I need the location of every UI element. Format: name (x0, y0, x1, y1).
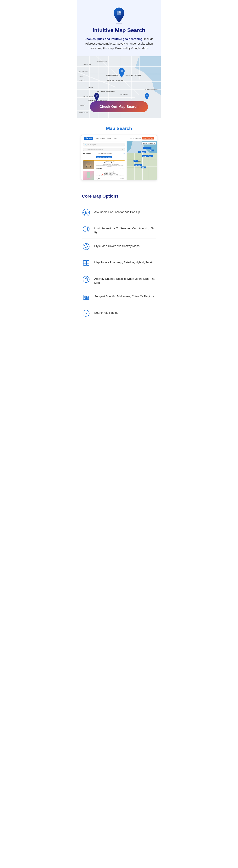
svg-rect-105 (85, 297, 86, 298)
hero-section: Intuitive Map Search Enables quick and i… (77, 0, 161, 56)
svg-text:Flat Dr.: Flat Dr. (79, 75, 83, 77)
svg-point-38 (146, 95, 148, 96)
svg-text:$25: $25 (148, 147, 151, 149)
mock-listing-2: Devices / Phones ☰ ♥ Iphone 12pro case 📍… (83, 171, 125, 180)
option-suggest-addresses-text: Suggest Specific Addresses, Cities Or Re… (94, 293, 155, 298)
mock-map-panel: $499 $25 $4 $200 $99 $1,300 $400 (127, 142, 157, 180)
svg-text:COBBLE HILL: COBBLE HILL (79, 112, 88, 114)
svg-text:$1,300: $1,300 (142, 156, 146, 157)
mock-nav-listing: Listing (107, 137, 111, 139)
mock-search-placeholder: I'm looking for... (87, 144, 97, 145)
area-chevron: ▾ (122, 149, 123, 150)
svg-text:Atlantic Ave: Atlantic Ave (79, 104, 86, 106)
hero-title: Intuitive Map Search (81, 27, 157, 34)
building-icon (82, 293, 90, 301)
mock-listing-views-1: 304 Views (120, 167, 124, 168)
map-background-section: CHINATOWN LOWER EAST SIDE TWO BRIDGES Fl… (77, 56, 161, 118)
mock-left-panel: 🔍 I'm looking for... 📍 Selected area on … (81, 142, 127, 180)
svg-rect-53 (148, 153, 148, 180)
svg-rect-49 (127, 159, 157, 159)
mock-listing-1: Vehicles / Cars ☰ ♥ Mercedes-Benz... 📍 S… (83, 160, 125, 170)
mock-results-header: 34 Results Sort by: Most Relevant ▾ ☰ ⊞ (83, 152, 125, 154)
radius-icon (82, 309, 90, 317)
svg-rect-16 (139, 56, 140, 80)
mock-area-bar: 📍 Selected area on the map ▾ (83, 148, 125, 151)
map-search-title: Map Search (81, 126, 157, 131)
mock-selected-area-text: Selected area on the map (87, 149, 103, 150)
svg-rect-44 (87, 172, 90, 178)
mock-results-count: 34 Results (83, 152, 90, 154)
core-options-section: Core Map Options Ask Users For Location … (77, 186, 161, 329)
svg-point-42 (90, 166, 91, 167)
mock-listing-views-2: 100 Views (120, 178, 124, 179)
option-map-type: Map Type - Roadmap, Satellite, Hybrid, T… (82, 255, 156, 271)
svg-rect-104 (85, 296, 86, 296)
svg-point-88 (86, 247, 87, 248)
area-icon: 📍 (85, 149, 87, 150)
svg-point-36 (121, 70, 123, 72)
mock-nav-links: Home Search Listing Pages (95, 137, 128, 139)
drag-icon (82, 275, 90, 284)
svg-rect-51 (134, 153, 135, 180)
svg-rect-102 (84, 296, 85, 296)
mock-listing-img-phone (83, 171, 94, 180)
mock-login: Log In (130, 137, 134, 139)
hero-description: Enables quick and intuitive geo-searchin… (82, 37, 156, 51)
svg-text:York: York (138, 161, 141, 162)
mock-selected-badge-container: Selected area on the map ✕ (83, 155, 125, 160)
svg-text:$400: $400 (149, 156, 152, 157)
svg-text:Brooklyn Heights: Brooklyn Heights (83, 96, 93, 97)
globe-icon (82, 225, 90, 233)
svg-text:SUMNER HOUSES: SUMNER HOUSES (145, 89, 159, 91)
option-search-radius-text: Search Via Radius (94, 309, 118, 315)
search-placeholder-icon: 🔍 (85, 144, 87, 146)
svg-point-86 (86, 244, 87, 245)
svg-rect-100 (86, 296, 89, 299)
svg-rect-91 (86, 260, 89, 265)
svg-text:DUMBO: DUMBO (87, 87, 93, 89)
core-options-title: Core Map Options (82, 194, 156, 199)
svg-point-41 (86, 166, 87, 167)
mock-nav-search: Search (101, 137, 105, 139)
svg-rect-4 (77, 66, 161, 67)
svg-point-87 (87, 246, 88, 247)
option-location-popup: Ask Users For Location Via Pop-Up (82, 205, 156, 221)
mock-navbar: Listivo Home Search Listing Pages Log In… (81, 135, 157, 142)
option-limit-countries: Limit Sugestions To Selected Countries (… (82, 221, 156, 239)
svg-text:TWO BRIDGES: TWO BRIDGES (79, 71, 87, 72)
mock-nav-pages: Pages (113, 137, 117, 139)
mock-listing-info-2: Devices / Phones ☰ ♥ Iphone 12pro case 📍… (95, 171, 125, 180)
svg-text:$200: $200 (134, 160, 137, 161)
svg-rect-108 (88, 297, 89, 298)
svg-rect-45 (87, 178, 89, 179)
svg-rect-109 (85, 298, 86, 299)
option-location-popup-text: Ask Users For Location Via Pop-Up (94, 208, 140, 214)
svg-point-84 (83, 243, 89, 250)
cta-button[interactable]: Check Out Map Search (90, 101, 148, 112)
svg-text:SOUTH WILLIAMSBURG: SOUTH WILLIAMSBURG (107, 80, 123, 82)
option-suggest-addresses: Suggest Specific Addresses, Cities Or Re… (82, 289, 156, 305)
screenshot-mockup: Listivo Home Search Listing Pages Log In… (81, 135, 157, 180)
svg-text:$200: $200 (142, 152, 145, 153)
option-snazzy-maps: Style Map Colors Via Snazzy Maps (82, 239, 156, 255)
svg-point-76 (85, 211, 87, 213)
mock-listing-price-1: $150,000 (96, 167, 102, 169)
svg-text:$99: $99 (150, 150, 152, 151)
mock-register: Register (135, 137, 141, 139)
svg-text:Bridge Park: Bridge Park (79, 80, 85, 81)
svg-text:BROOKLYN NAVY YARD: BROOKLYN NAVY YARD (97, 91, 114, 92)
mock-map-background: $499 $25 $4 $200 $99 $1,300 $400 (127, 142, 157, 180)
option-map-type-text: Map Type - Roadmap, Satellite, Hybrid, T… (94, 259, 153, 264)
mock-nav-right: Log In Register Post Your Ad ▾ (130, 137, 154, 140)
option-drag-results-text: Actively Change Results When Users Drag … (94, 275, 156, 285)
svg-point-2 (119, 11, 121, 13)
mock-logo: Listivo (84, 137, 93, 140)
svg-text:BROADWAY TRIANGLE: BROADWAY TRIANGLE (126, 74, 141, 76)
mock-content: 🔍 I'm looking for... 📍 Selected area on … (81, 142, 157, 180)
option-search-radius: Search Via Radius (82, 305, 156, 321)
mock-post-button: Post Your Ad ▾ (142, 137, 154, 140)
svg-text:$4: $4 (139, 152, 140, 153)
cta-container: Check Out Map Search (90, 101, 148, 112)
svg-text:CHINATOWN: CHINATOWN (83, 64, 91, 65)
svg-text:$600: $600 (141, 167, 144, 168)
